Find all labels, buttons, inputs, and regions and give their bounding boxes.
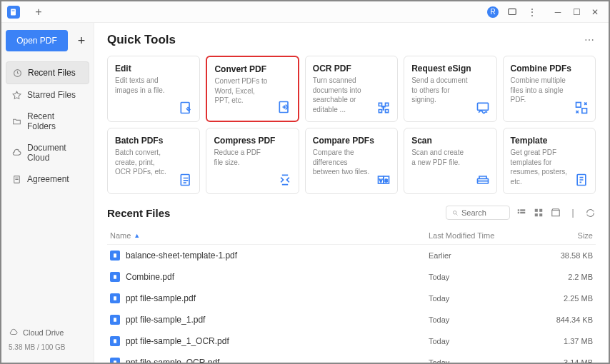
sidebar-item-recent-folders[interactable]: Recent Folders bbox=[6, 106, 89, 137]
new-file-button[interactable]: + bbox=[74, 33, 89, 49]
file-row[interactable]: Combine.pdfToday2.2 MB bbox=[107, 266, 596, 288]
file-row[interactable]: balance-sheet-template-1.pdfEarlier38.58… bbox=[107, 245, 596, 266]
file-modified: Today bbox=[429, 358, 543, 363]
file-name: balance-sheet-template-1.pdf bbox=[126, 251, 429, 261]
user-avatar[interactable]: R bbox=[487, 6, 499, 18]
tool-card-request-esign[interactable]: Request eSignSend a document to others f… bbox=[404, 56, 496, 122]
cloud-drive[interactable]: Cloud Drive bbox=[9, 328, 86, 338]
svg-rect-22 bbox=[520, 212, 525, 213]
svg-rect-26 bbox=[539, 213, 542, 216]
folder-icon bbox=[11, 116, 21, 126]
file-name: Combine.pdf bbox=[126, 272, 429, 282]
svg-text:T: T bbox=[382, 105, 386, 111]
tool-title: Convert PDF bbox=[214, 64, 290, 74]
tool-title: Batch PDFs bbox=[115, 136, 192, 146]
close-button[interactable]: ✕ bbox=[587, 4, 603, 20]
maximize-button[interactable]: ☐ bbox=[569, 4, 584, 20]
svg-point-18 bbox=[454, 211, 457, 214]
tool-card-batch-pdfs[interactable]: Batch PDFsBatch convert, create, print, … bbox=[107, 128, 200, 194]
svg-rect-33 bbox=[114, 360, 116, 363]
sidebar-item-label: Agreement bbox=[27, 174, 69, 184]
svg-rect-0 bbox=[11, 9, 16, 15]
column-modified[interactable]: Last Modified Time bbox=[429, 231, 543, 240]
cloud-icon bbox=[11, 148, 21, 158]
tool-icon bbox=[574, 172, 589, 188]
tool-card-compare-pdfs[interactable]: Compare PDFsCompare the differences betw… bbox=[305, 128, 398, 194]
pdf-file-icon bbox=[110, 272, 120, 282]
table-header: Name▲ Last Modified Time Size bbox=[107, 227, 596, 245]
tool-title: Edit bbox=[115, 64, 192, 74]
open-pdf-button[interactable]: Open PDF bbox=[6, 30, 68, 51]
chat-icon[interactable] bbox=[506, 6, 519, 19]
tool-title: Request eSign bbox=[411, 64, 489, 74]
sidebar-item-starred-files[interactable]: Starred Files bbox=[6, 84, 89, 106]
tool-title: Combine PDFs bbox=[511, 64, 588, 74]
tool-icon bbox=[475, 100, 491, 116]
recent-files-title: Recent Files bbox=[107, 207, 170, 219]
list-view-icon[interactable] bbox=[516, 207, 527, 218]
svg-rect-27 bbox=[552, 211, 560, 216]
tool-card-ocr-pdf[interactable]: OCR PDFTurn scanned documents into searc… bbox=[305, 56, 398, 122]
sidebar-item-label: Recent Files bbox=[28, 68, 76, 78]
tool-card-compress-pdf[interactable]: Compress PDFReduce a PDF file size. bbox=[206, 128, 299, 194]
tool-title: OCR PDF bbox=[313, 64, 390, 74]
svg-rect-31 bbox=[114, 318, 116, 321]
file-size: 1.37 MB bbox=[543, 337, 593, 345]
tool-title: Compress PDF bbox=[214, 136, 291, 146]
svg-rect-8 bbox=[477, 103, 488, 110]
file-modified: Today bbox=[429, 294, 543, 303]
file-size: 3.14 MB bbox=[543, 358, 593, 363]
tool-icon bbox=[277, 172, 293, 188]
star-icon bbox=[11, 90, 21, 100]
svg-rect-10 bbox=[582, 108, 587, 113]
tool-desc: Edit texts and images in a file. bbox=[115, 76, 192, 95]
tool-icon: T bbox=[376, 100, 391, 116]
file-row[interactable]: ppt file-sample_1_OCR.pdfToday1.37 MB bbox=[107, 330, 596, 352]
search-input[interactable] bbox=[461, 208, 504, 217]
app-logo bbox=[7, 6, 20, 19]
search-box[interactable] bbox=[446, 206, 510, 220]
cloud-icon bbox=[9, 328, 19, 338]
tool-card-template[interactable]: TemplateGet great PDF templates for resu… bbox=[503, 128, 596, 194]
pdf-file-icon bbox=[110, 336, 120, 346]
main-content: Quick Tools ⋯ EditEdit texts and images … bbox=[94, 23, 609, 363]
grid-view-icon[interactable] bbox=[533, 207, 544, 218]
sidebar-item-agreement[interactable]: Agreement bbox=[6, 168, 89, 190]
file-modified: Today bbox=[429, 315, 543, 324]
file-modified: Today bbox=[429, 273, 543, 281]
column-size[interactable]: Size bbox=[543, 231, 593, 240]
column-name[interactable]: Name▲ bbox=[110, 231, 429, 240]
file-row[interactable]: ppt file-sample_1.pdfToday844.34 KB bbox=[107, 309, 596, 330]
quick-tools-more-icon[interactable]: ⋯ bbox=[584, 34, 596, 46]
divider: | bbox=[567, 207, 579, 218]
sidebar-item-recent-files[interactable]: Recent Files bbox=[6, 61, 89, 84]
file-row[interactable]: ppt file-sample_OCR.pdfToday3.14 MB bbox=[107, 352, 596, 363]
file-row[interactable]: ppt file-sample.pdfToday2.25 MB bbox=[107, 288, 596, 309]
svg-rect-1 bbox=[12, 10, 15, 11]
tool-title: Scan bbox=[411, 136, 489, 146]
quick-tools-title: Quick Tools bbox=[107, 33, 176, 47]
new-tab-button[interactable]: + bbox=[31, 5, 46, 19]
minimize-button[interactable]: ─ bbox=[550, 4, 566, 20]
tool-card-combine-pdfs[interactable]: Combine PDFsCombine multiple files into … bbox=[503, 56, 596, 122]
svg-rect-23 bbox=[535, 209, 538, 212]
tool-card-edit[interactable]: EditEdit texts and images in a file. bbox=[107, 56, 200, 122]
tool-icon bbox=[276, 99, 292, 115]
svg-text:S: S bbox=[385, 178, 388, 183]
file-modified: Today bbox=[429, 337, 543, 345]
tool-card-convert-pdf[interactable]: Convert PDFConvert PDFs to Word, Excel, … bbox=[206, 56, 299, 122]
archive-icon[interactable] bbox=[550, 207, 561, 218]
svg-rect-9 bbox=[576, 103, 581, 108]
tool-card-scan[interactable]: ScanScan and create a new PDF file. bbox=[404, 128, 496, 194]
pdf-file-icon bbox=[110, 251, 120, 261]
tool-icon bbox=[475, 172, 491, 188]
file-name: ppt file-sample.pdf bbox=[126, 293, 429, 303]
sidebar-item-document-cloud[interactable]: Document Cloud bbox=[6, 137, 89, 168]
refresh-icon[interactable] bbox=[584, 207, 596, 218]
tool-icon: VS bbox=[376, 172, 391, 188]
svg-rect-32 bbox=[114, 339, 116, 343]
kebab-menu-icon[interactable]: ⋮ bbox=[526, 6, 539, 19]
sidebar-item-label: Recent Folders bbox=[27, 111, 84, 131]
file-name: ppt file-sample_1_OCR.pdf bbox=[126, 336, 429, 346]
svg-rect-19 bbox=[518, 209, 519, 211]
